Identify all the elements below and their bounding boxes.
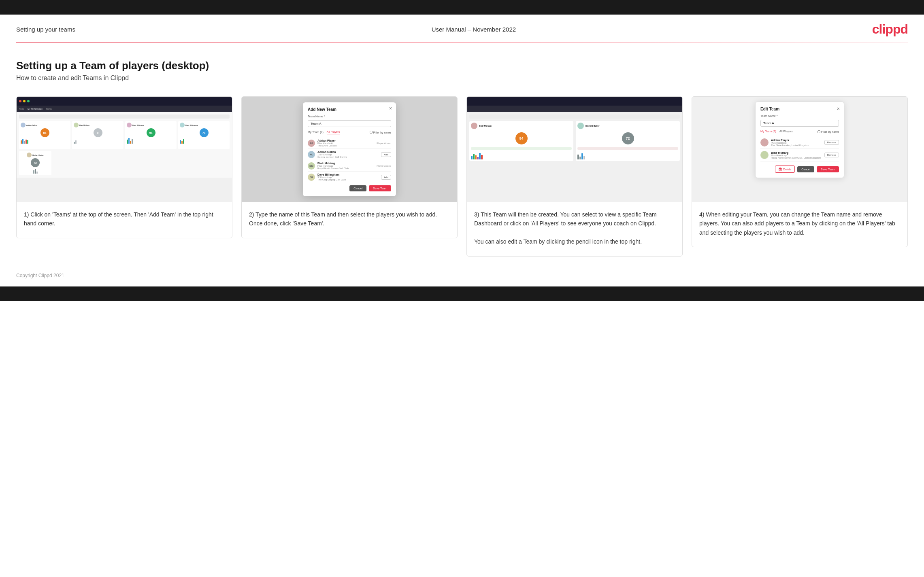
modal-tab-allplayers[interactable]: All Players: [327, 130, 340, 134]
ss3-score-2: 72: [622, 132, 634, 144]
ss3-card-2: Richard Butler 72: [576, 121, 680, 161]
card-4: Edit Team × Team Name * My Team (2) All …: [692, 96, 908, 247]
mock-score-3: 94: [147, 128, 155, 137]
modal-player-row-3: BM Blair McHarg Plus Handicap Royal Nort…: [308, 160, 391, 172]
modal-title: Add New Team: [308, 107, 391, 112]
ss3-nav: [467, 106, 682, 112]
mock-name-5: Richard Butler: [32, 154, 44, 156]
screenshot-2: Add New Team × Team Name * My Team (2) A…: [242, 97, 457, 202]
bottom-bar: [0, 286, 924, 301]
modal-player-row-4: DB Dave Billingham 3.5 Handicap The Gog …: [308, 172, 391, 182]
ss3-progress-bar-2: [577, 147, 678, 150]
edit-delete-button[interactable]: Delete: [775, 165, 795, 173]
mock-avatar-3: [127, 123, 132, 127]
card-3: Blair McHarg 94: [466, 96, 683, 257]
modal-player-name-1: Adrian Player: [317, 139, 377, 142]
mock-score-1: 84: [40, 128, 49, 137]
modal-footer: Cancel Save Team: [308, 185, 391, 191]
add-team-modal: Add New Team × Team Name * My Team (2) A…: [303, 102, 396, 196]
edit-remove-btn-2[interactable]: Remove: [824, 153, 839, 157]
mock-avatar-4: [180, 123, 185, 127]
filter-checkbox[interactable]: [370, 131, 373, 134]
header-center-text: User Manual – November 2022: [432, 26, 516, 33]
nav-teams: Teams: [46, 108, 52, 110]
ss3-bars-1: [471, 151, 572, 159]
modal-player-name-2: Adrian Coliba: [317, 151, 381, 153]
edit-tab-allplayers[interactable]: All Players: [779, 130, 793, 133]
modal-team-name-input[interactable]: [308, 120, 391, 127]
ss3-filter: [469, 115, 680, 119]
modal-player-info-4: Dave Billingham 3.5 Handicap The Gog Mag…: [317, 173, 381, 181]
modal-cancel-button[interactable]: Cancel: [349, 185, 366, 191]
page-footer: Copyright Clippd 2021: [0, 269, 924, 286]
ss3-player-cards: Blair McHarg 94: [469, 121, 680, 161]
modal-player-status-3: Player Added: [377, 165, 391, 167]
clippd-logo: clippd: [872, 22, 908, 37]
mock-name-2: Blair McHarg: [79, 124, 89, 126]
trash-icon: [779, 168, 782, 171]
ss3-avatar-2: [577, 123, 584, 129]
modal-filter-label: Filter by name: [370, 131, 391, 134]
modal-tab-myteam[interactable]: My Team (2): [308, 131, 324, 134]
edit-filter-checkbox[interactable]: [818, 130, 820, 133]
mock-bars-3: [127, 138, 175, 144]
modal-player-avatar-2: AC: [308, 151, 315, 158]
mock-nav: Home My Performance Teams: [17, 106, 232, 112]
mock-bars-1: [21, 138, 69, 144]
edit-filter-label: Filter by name: [818, 130, 839, 133]
edit-modal-footer: Delete Cancel Save Team: [760, 165, 839, 173]
mock-player-card-5: Richard Butler 72: [19, 151, 51, 175]
svg-rect-0: [779, 168, 781, 171]
page-title: Setting up a Team of players (desktop): [16, 59, 908, 72]
edit-player-info-2: Blair McHarg Plus Handicap Royal North D…: [771, 151, 824, 159]
card-4-text: 4) When editing your Team, you can chang…: [692, 202, 907, 247]
edit-modal-team-name-input[interactable]: [760, 120, 839, 127]
mock-avatar-1: [21, 123, 26, 127]
edit-modal-team-name-label: Team Name *: [760, 115, 839, 117]
mock-filter-bar: [19, 115, 230, 119]
mock-score-5: 72: [31, 158, 40, 167]
mock-score-4: 78: [200, 128, 209, 137]
edit-player-row-2: Blair McHarg Plus Handicap Royal North D…: [760, 149, 839, 161]
modal-team-name-label: Team Name *: [308, 115, 391, 118]
mock-bars-4: [180, 138, 228, 144]
modal-player-sub2-2: Central London Golf Centre: [317, 156, 381, 158]
card-3-text: 3) This Team will then be created. You c…: [467, 202, 682, 256]
modal-close-icon[interactable]: ×: [389, 106, 392, 111]
screenshot-4: Edit Team × Team Name * My Team (2) All …: [692, 97, 907, 202]
ss3-card-2-header: Richard Butler: [577, 123, 678, 129]
screenshot-1: Home My Performance Teams Adrian Collins: [17, 97, 232, 202]
mock-topbar: [17, 97, 232, 106]
edit-save-button[interactable]: Save Team: [817, 166, 839, 172]
modal-player-list: AP Adrian Player Plus Handicap The Shire…: [308, 138, 391, 182]
modal-player-info-3: Blair McHarg Plus Handicap Royal North D…: [317, 162, 377, 170]
card-1: Home My Performance Teams Adrian Collins: [16, 96, 232, 238]
nav-home: Home: [19, 108, 24, 110]
modal-player-name-3: Blair McHarg: [317, 162, 377, 165]
mock-bars-5: [33, 168, 38, 174]
card-3-text-p2: You can also edit a Team by clicking the…: [474, 238, 642, 245]
screenshot-3: Blair McHarg 94: [467, 97, 682, 202]
modal-player-status-1: Player Added: [377, 142, 391, 144]
nav-my-performance: My Performance: [28, 108, 43, 110]
modal-add-btn-4[interactable]: Add: [381, 175, 391, 180]
modal-player-avatar-4: DB: [308, 174, 315, 181]
edit-remove-btn-1[interactable]: Remove: [824, 140, 839, 145]
mock-name-4: Dave Billingham: [185, 124, 198, 126]
mock-player-card-3: Dave Billington 94: [125, 121, 177, 149]
dot-yellow: [23, 100, 26, 102]
modal-add-btn-2[interactable]: Add: [381, 152, 391, 157]
mock-avatar-5: [27, 153, 32, 157]
ss3-card-1: Blair McHarg 94: [469, 121, 573, 161]
card-2: Add New Team × Team Name * My Team (2) A…: [241, 96, 458, 238]
filter-text: Filter by name: [373, 131, 391, 134]
modal-save-button[interactable]: Save Team: [369, 185, 391, 191]
mock-avatar-2: [74, 123, 79, 127]
edit-delete-label: Delete: [783, 168, 791, 171]
ss3-progress-bar: [471, 147, 572, 150]
modal-player-row-2: AC Adrian Coliba 1.5 Handicap Central Lo…: [308, 149, 391, 160]
edit-modal-close-icon[interactable]: ×: [837, 106, 840, 112]
edit-cancel-button[interactable]: Cancel: [797, 166, 814, 172]
edit-tab-myteam[interactable]: My Team (2): [760, 130, 776, 133]
edit-player-sub2-2: Royal North Devon Golf Club, United King…: [771, 157, 824, 159]
